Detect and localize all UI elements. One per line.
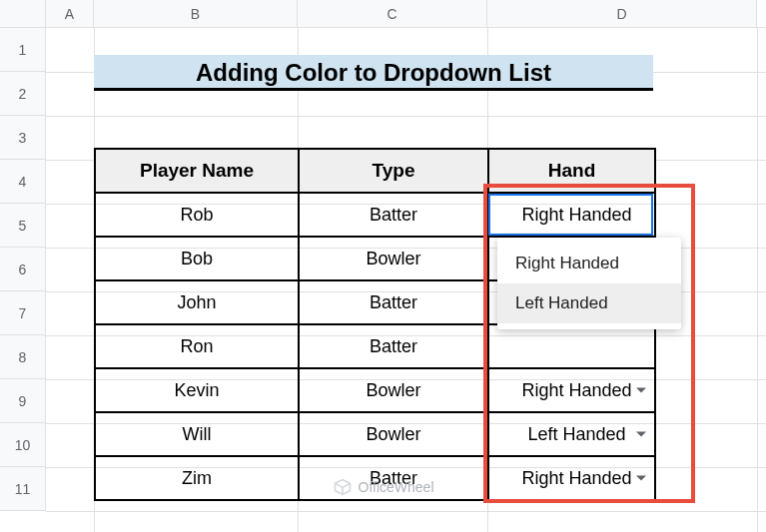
cell-name[interactable]: Will	[95, 412, 299, 456]
row-header-6[interactable]: 6	[0, 248, 46, 291]
watermark-icon	[333, 477, 353, 497]
watermark: OfficeWheel	[333, 477, 434, 497]
row-header-10[interactable]: 10	[0, 423, 46, 467]
table-row: Kevin Bowler Right Handed	[95, 368, 655, 412]
row-header-1[interactable]: 1	[0, 28, 46, 72]
cell-hand-value: Left Handed	[527, 424, 625, 444]
cell-name[interactable]: Kevin	[95, 368, 299, 412]
cell-type[interactable]: Bowler	[299, 412, 488, 456]
table-header-row: Player Name Type Hand	[95, 149, 655, 193]
dropdown-option[interactable]: Right Handed	[497, 244, 681, 283]
column-header-D[interactable]: D	[487, 0, 757, 27]
column-header-A[interactable]: A	[46, 0, 94, 27]
chevron-down-icon	[636, 476, 646, 481]
row-header-4[interactable]: 4	[0, 160, 46, 204]
cell-name[interactable]: Bob	[95, 237, 299, 280]
row-header-7[interactable]: 7	[0, 291, 46, 335]
row-header-11[interactable]: 11	[0, 467, 46, 511]
row-header-2[interactable]: 2	[0, 72, 46, 116]
cell-type[interactable]: Bowler	[299, 368, 488, 412]
cell-name[interactable]: Ron	[95, 324, 299, 368]
cell-type[interactable]: Bowler	[299, 237, 488, 280]
header-type[interactable]: Type	[299, 149, 488, 193]
cell-hand-dropdown[interactable]: Left Handed	[488, 412, 655, 456]
cell-type[interactable]: Batter	[299, 280, 488, 324]
spreadsheet: A B C D 1 2 3 4 5 6 7 8 9 10 11 Adding C…	[0, 0, 766, 532]
cell-hand-value: Right Handed	[521, 380, 631, 400]
row-header-9[interactable]: 9	[0, 379, 46, 423]
cell-hand-dropdown[interactable]: Right Handed	[488, 456, 655, 500]
table-row: Ron Batter	[95, 324, 655, 368]
header-player-name[interactable]: Player Name	[95, 149, 299, 193]
cell-hand-value: Right Handed	[521, 205, 631, 225]
table-row: Will Bowler Left Handed	[95, 412, 655, 456]
cell-type[interactable]: Batter	[299, 193, 488, 237]
chevron-down-icon	[636, 432, 646, 437]
row-headers: 1 2 3 4 5 6 7 8 9 10 11	[0, 28, 46, 511]
table-row: Rob Batter Right Handed	[95, 193, 655, 237]
cell-hand-dropdown[interactable]	[488, 324, 655, 368]
header-hand[interactable]: Hand	[488, 149, 655, 193]
row-header-3[interactable]: 3	[0, 116, 46, 160]
row-header-8[interactable]: 8	[0, 335, 46, 379]
dropdown-menu: Right Handed Left Handed	[497, 238, 681, 329]
watermark-text: OfficeWheel	[359, 479, 434, 495]
select-all-corner[interactable]	[0, 0, 46, 27]
dropdown-option[interactable]: Left Handed	[497, 283, 681, 323]
cell-name[interactable]: John	[95, 280, 299, 324]
cell-type[interactable]: Batter	[299, 324, 488, 368]
row-header-5[interactable]: 5	[0, 204, 46, 248]
cell-name[interactable]: Rob	[95, 193, 299, 237]
cell-hand-value: Right Handed	[521, 468, 631, 488]
cell-hand-dropdown[interactable]: Right Handed	[488, 368, 655, 412]
column-headers: A B C D	[0, 0, 766, 28]
title-cell[interactable]: Adding Color to Dropdown List	[94, 55, 653, 91]
chevron-down-icon	[636, 388, 646, 393]
column-header-B[interactable]: B	[94, 0, 298, 27]
column-header-C[interactable]: C	[298, 0, 487, 27]
cell-hand-dropdown[interactable]: Right Handed	[488, 193, 655, 237]
cell-name[interactable]: Zim	[95, 456, 299, 500]
